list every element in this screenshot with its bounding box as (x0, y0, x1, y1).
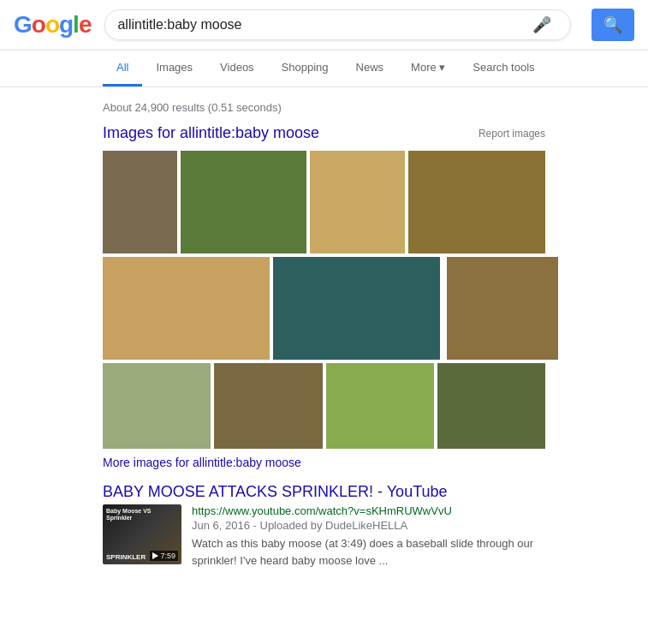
image-thumb-2[interactable] (181, 151, 306, 253)
tab-news[interactable]: News (342, 51, 398, 86)
report-images-link[interactable]: Report images (479, 128, 545, 140)
search-button[interactable]: 🔍 (592, 9, 634, 41)
image-thumb-4[interactable] (408, 151, 545, 253)
google-logo: Google (14, 11, 91, 39)
thumb-duration: 7:59 (150, 551, 178, 561)
more-images-link[interactable]: More images for allintitle:baby moose (103, 456, 545, 469)
image-thumb-12[interactable] (437, 363, 545, 449)
result-title-1[interactable]: BABY MOOSE ATTACKS SPRINKLER! - YouTube (103, 483, 545, 501)
image-row-3 (103, 363, 545, 449)
result-body-1: Baby Moose VS Sprinkler SPRINKLER 7:59 h… (103, 504, 545, 569)
images-header: Images for allintitle:baby moose Report … (103, 124, 545, 142)
image-thumb-10[interactable] (214, 363, 322, 449)
tab-search-tools[interactable]: Search tools (459, 51, 548, 86)
tab-more[interactable]: More ▾ (397, 51, 459, 86)
nav-tabs: All Images Videos Shopping News More ▾ S… (0, 51, 648, 87)
search-input[interactable] (117, 17, 532, 33)
image-thumb-8[interactable] (447, 257, 558, 360)
image-row-2 (103, 257, 545, 360)
search-result-1: BABY MOOSE ATTACKS SPRINKLER! - YouTube … (103, 483, 545, 569)
tab-images[interactable]: Images (142, 51, 206, 86)
mic-icon[interactable]: 🎤 (532, 15, 551, 34)
result-url-1[interactable]: https://www.youtube.com/watch?v=sKHmRUWw… (192, 504, 545, 517)
image-thumb-9[interactable] (103, 363, 211, 449)
image-thumb-3[interactable] (310, 151, 405, 253)
result-date-1: Jun 6, 2016 - Uploaded by DudeLikeHELLA (192, 519, 545, 532)
image-thumb-1[interactable] (103, 151, 177, 253)
images-title[interactable]: Images for allintitle:baby moose (103, 124, 319, 142)
play-icon (152, 552, 158, 559)
image-thumb-11[interactable] (326, 363, 434, 449)
thumb-label: Baby Moose VS Sprinkler (106, 508, 178, 522)
header: Google 🎤 🔍 (0, 0, 648, 51)
result-text-1: https://www.youtube.com/watch?v=sKHmRUWw… (192, 504, 545, 569)
image-row-1 (103, 151, 545, 253)
results-count: About 24,900 results (0.51 seconds) (103, 94, 545, 124)
result-snippet-1: Watch as this baby moose (at 3:49) does … (192, 535, 545, 569)
tab-all[interactable]: All (103, 51, 142, 86)
tab-videos[interactable]: Videos (206, 51, 268, 86)
image-thumb-6[interactable] (273, 257, 440, 360)
thumb-tag: SPRINKLER (106, 553, 146, 561)
result-thumbnail-1[interactable]: Baby Moose VS Sprinkler SPRINKLER 7:59 (103, 504, 181, 564)
tab-shopping[interactable]: Shopping (268, 51, 342, 86)
results-area: About 24,900 results (0.51 seconds) Imag… (0, 87, 648, 575)
image-thumb-5[interactable] (103, 257, 270, 360)
search-bar: 🎤 (104, 9, 571, 40)
